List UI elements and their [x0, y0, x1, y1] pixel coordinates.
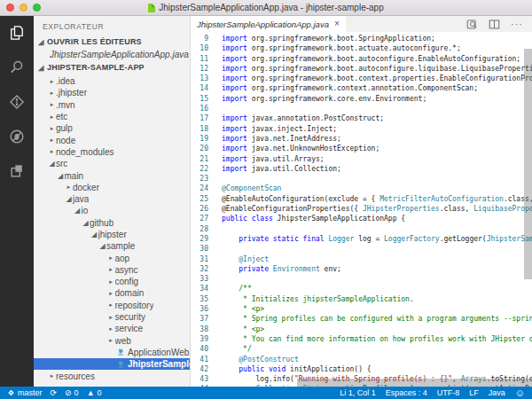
vertical-scrollbar[interactable] [524, 49, 532, 279]
line-number: 25 [191, 194, 208, 204]
code-line[interactable]: 33 [191, 274, 532, 284]
explorer-icon[interactable] [7, 23, 27, 43]
tree-item-folder[interactable]: ◢java [34, 193, 190, 205]
code-line[interactable]: 31 @Inject [191, 254, 532, 264]
debug-icon[interactable] [7, 127, 27, 146]
line-number: 34 [191, 284, 208, 293]
code-text [208, 244, 222, 254]
tree-item-folder[interactable]: ▸node [34, 134, 190, 145]
split-editor-icon[interactable] [489, 19, 500, 30]
code-line[interactable]: 18import javax.inject.Inject; [191, 124, 532, 134]
tree-item-folder[interactable]: ▸security [34, 311, 190, 323]
code-line[interactable]: 15import org.springframework.core.env.En… [191, 94, 532, 104]
tree-item-folder[interactable]: ▸config [34, 276, 190, 287]
search-icon[interactable] [7, 58, 27, 77]
tree-item-folder[interactable]: ▸node_modules [34, 146, 190, 158]
warnings-item[interactable]: ▲ 0 [87, 388, 102, 397]
code-line[interactable]: 19import java.net.InetAddress; [191, 134, 532, 144]
close-window-button[interactable] [6, 4, 14, 12]
tree-item-folder[interactable]: ◢src [34, 158, 190, 169]
code-line[interactable]: 9import org.springframework.boot.SpringA… [191, 34, 532, 43]
code-line[interactable]: 10import org.springframework.boot.actuat… [191, 43, 532, 53]
horizontal-scrollbar[interactable] [297, 379, 532, 387]
code-line[interactable]: 11import org.springframework.boot.autoco… [191, 54, 532, 64]
tree-item-folder[interactable]: ▸etc [34, 111, 190, 122]
code-line[interactable]: 17import javax.annotation.PostConstruct; [191, 113, 532, 123]
extensions-icon[interactable] [7, 161, 27, 181]
code-line[interactable]: 22import java.util.Collection; [191, 164, 532, 174]
tree-item-folder[interactable]: ▸domain [34, 287, 190, 299]
code-line[interactable]: 34 /** [191, 284, 532, 293]
eol-item[interactable]: LF [469, 388, 479, 397]
minimize-window-button[interactable] [20, 4, 27, 12]
project-section-header[interactable]: ◢ JHIPSTER-SAMPLE-APP [34, 61, 190, 74]
more-actions-icon[interactable]: ··· [511, 19, 523, 29]
tree-item-folder[interactable]: ▸service [34, 323, 190, 334]
maximize-window-button[interactable] [33, 4, 41, 12]
tree-item-file[interactable]: JhipsterSampleApplicationApp.java [34, 358, 190, 370]
cursor-position-item[interactable]: Li 1, Col 1 [340, 388, 376, 397]
code-line[interactable]: 42 public void initApplication() { [191, 364, 532, 374]
tree-item-folder[interactable]: ▸repository [34, 300, 190, 311]
code-line[interactable]: 23 [191, 174, 532, 184]
code-line[interactable]: 36 * <p> [191, 304, 532, 314]
tree-item-folder[interactable]: ▸.idea [34, 75, 190, 87]
code-line[interactable]: 40 */ [191, 344, 532, 354]
line-number: 37 [191, 314, 208, 324]
git-branch-item[interactable]: master [7, 388, 43, 397]
code-line[interactable]: 24@ComponentScan [191, 184, 532, 193]
feedback-smiley-icon[interactable]: ☺ [515, 387, 525, 398]
tree-item-file[interactable]: ApplicationWebXml.java [34, 347, 190, 358]
tree-item-folder[interactable]: ◢github [34, 217, 190, 229]
code-line[interactable]: 32 private Environment env; [191, 264, 532, 274]
code-line[interactable]: 28 [191, 224, 532, 234]
git-branch-label: master [18, 388, 43, 397]
tree-item-folder[interactable]: ◢sample [34, 240, 190, 252]
code-line[interactable]: 39 * You can find more information on ho… [191, 334, 532, 344]
code-line[interactable]: 41 @PostConstruct [191, 355, 532, 364]
code-line[interactable]: 35 * Initializes jhipsterSampleApplicati… [191, 294, 532, 304]
indentation-item[interactable]: Espaces : 4 [386, 388, 427, 397]
code-line[interactable]: 30 [191, 244, 532, 254]
open-editor-item[interactable]: JhipsterSampleApplicationApp.java src/m.… [34, 48, 190, 61]
line-number: 16 [191, 104, 208, 113]
code-line[interactable]: 20import java.net.UnknownHostException; [191, 144, 532, 153]
encoding-item[interactable]: UTF-8 [437, 388, 460, 397]
tree-item-folder[interactable]: ◢main [34, 169, 190, 181]
tab-active-file[interactable]: JhipsterSampleApplicationApp.java × [191, 16, 346, 32]
code-text: * You can find more information on how p… [208, 334, 532, 344]
code-text: import javax.inject.Inject; [208, 124, 337, 134]
folder-collapsed-icon: ▸ [48, 101, 56, 108]
code-line[interactable]: 27public class JhipsterSampleApplication… [191, 214, 532, 223]
open-editors-header[interactable]: ◢ OUVRIR LES ÉDITEURS [34, 35, 190, 48]
tree-item-folder[interactable]: ◢io [34, 205, 190, 216]
line-number: 31 [191, 254, 208, 264]
line-number: 14 [191, 83, 208, 93]
tree-item-folder[interactable]: ◢jhipster [34, 229, 190, 240]
code-line[interactable]: 25@EnableAutoConfiguration(exclude = { M… [191, 194, 532, 204]
code-line[interactable]: 26@EnableConfigurationProperties({ JHips… [191, 204, 532, 214]
tree-item-folder[interactable]: ▸aop [34, 252, 190, 263]
tree-item-folder[interactable]: ▸.mvn [34, 99, 190, 111]
tree-item-folder[interactable]: ▸web [34, 335, 190, 347]
code-line[interactable]: 12import org.springframework.boot.autoco… [191, 64, 532, 74]
tree-item-folder[interactable]: ▸.jhipster [34, 87, 190, 98]
tree-item-folder[interactable]: ▸resources [34, 370, 190, 381]
open-preview-icon[interactable] [466, 19, 478, 30]
source-control-icon[interactable] [7, 92, 27, 112]
language-mode-item[interactable]: Java [489, 388, 505, 397]
close-tab-icon[interactable]: × [334, 20, 340, 28]
code-line[interactable]: 13import org.springframework.boot.contex… [191, 74, 532, 83]
tree-item-folder[interactable]: ▸gulp [34, 122, 190, 134]
code-line[interactable]: 14import org.springframework.context.ann… [191, 83, 532, 93]
sync-item[interactable]: ⟳ [51, 389, 58, 397]
errors-item[interactable]: ⊘ 0 [65, 388, 79, 397]
code-line[interactable]: 21import java.util.Arrays; [191, 154, 532, 164]
code-editor[interactable]: 9import org.springframework.boot.SpringA… [191, 32, 532, 387]
code-line[interactable]: 16 [191, 104, 532, 113]
tree-item-folder[interactable]: ▸docker [34, 182, 190, 193]
code-line[interactable]: 29 private static final Logger log = Log… [191, 234, 532, 244]
code-line[interactable]: 37 * Spring profiles can be configured w… [191, 314, 532, 324]
tree-item-folder[interactable]: ▸async [34, 264, 190, 276]
code-line[interactable]: 38 * <p> [191, 325, 532, 334]
